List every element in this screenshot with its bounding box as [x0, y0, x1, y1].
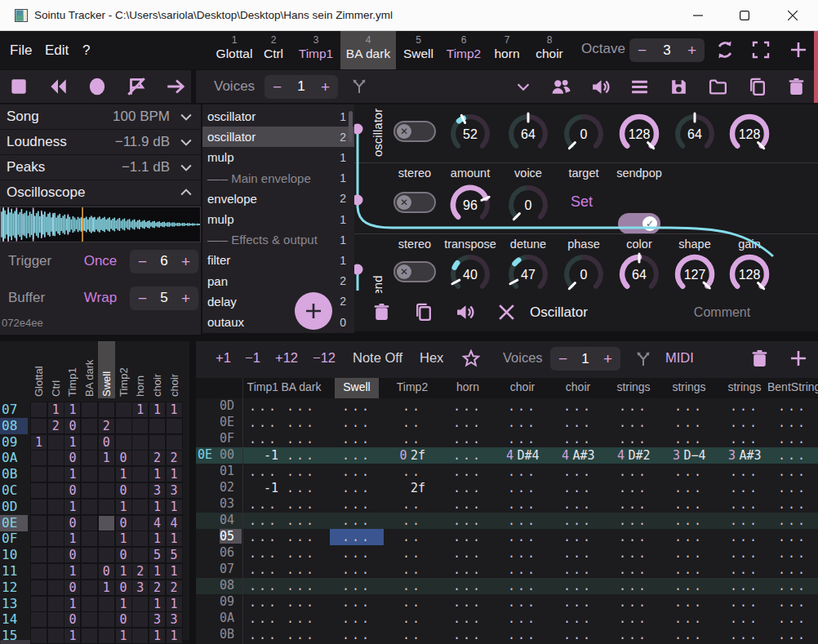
order-cell[interactable]: 5	[166, 547, 183, 563]
note-cell[interactable]: ..	[385, 398, 439, 415]
stereo-toggle[interactable]: ✕	[393, 192, 436, 213]
note-cell[interactable]: ...	[243, 398, 278, 415]
fullscreen-icon[interactable]	[751, 40, 771, 60]
order-cell[interactable]	[149, 418, 166, 434]
instrument-tab-ctrl[interactable]: 2Ctrl	[255, 31, 292, 69]
note-cell[interactable]: -1	[243, 480, 278, 496]
order-cell[interactable]: 1	[98, 580, 115, 596]
note-cell[interactable]: ...	[496, 627, 549, 643]
note-cell[interactable]: ...	[767, 496, 818, 513]
unit-list-item-oscillator[interactable]: oscillator1	[202, 106, 354, 127]
note-cell[interactable]: ..	[385, 431, 439, 447]
note-cell[interactable]: ...	[662, 594, 716, 611]
menu-item-edit[interactable]: Edit	[45, 31, 69, 69]
x-icon[interactable]	[496, 302, 517, 322]
order-row-index[interactable]: 14	[0, 611, 28, 628]
note-cell[interactable]: ...	[441, 578, 495, 594]
note-cell[interactable]: ...	[243, 545, 278, 562]
order-row-index[interactable]: 09	[0, 434, 28, 451]
note-cell[interactable]: 02f	[385, 447, 439, 464]
order-row-index[interactable]: 0C	[0, 482, 28, 499]
order-cell[interactable]	[30, 466, 47, 482]
note-cell[interactable]: 4D#2	[607, 447, 660, 464]
trash-icon[interactable]	[371, 302, 392, 322]
note-cell[interactable]: ...	[243, 578, 278, 594]
note-cell[interactable]: ...	[607, 594, 660, 611]
order-cell[interactable]: 0	[115, 482, 132, 499]
unit-name-field[interactable]: Oscillator	[530, 304, 588, 321]
song-row-oscilloscope[interactable]: Oscilloscope	[0, 180, 201, 206]
note-cell[interactable]: ...	[496, 594, 549, 611]
note-cell[interactable]: ...	[662, 578, 716, 594]
order-row-index[interactable]: 13	[0, 596, 28, 612]
order-header-horn[interactable]: horn	[134, 343, 146, 397]
note-cell[interactable]: ...	[718, 545, 771, 562]
note-cell[interactable]: ...	[330, 398, 384, 415]
order-row-index[interactable]: 0E	[0, 515, 28, 531]
note-cell[interactable]: ...	[441, 447, 495, 464]
note-cell[interactable]: ...	[767, 594, 818, 611]
note-cell[interactable]: ..	[385, 529, 439, 545]
note-cell[interactable]: ...	[441, 594, 495, 611]
order-header-timp1[interactable]: Timp1	[66, 343, 78, 397]
song-row-song[interactable]: Song100 BPM	[0, 104, 201, 130]
note-cell[interactable]: ...	[718, 415, 771, 431]
note-cell[interactable]: ...	[330, 594, 384, 611]
note-cell[interactable]: ...	[274, 398, 328, 415]
octave-plus-button[interactable]: +	[687, 42, 696, 58]
note-cell[interactable]: ...	[441, 398, 495, 415]
chevron-down-icon[interactable]	[514, 78, 532, 95]
buffer-value[interactable]: 5	[160, 290, 167, 306]
order-cell[interactable]: 0	[64, 418, 81, 434]
note-cell[interactable]: ...	[662, 627, 716, 643]
note-cell[interactable]: ...	[243, 529, 278, 545]
instrument-tab-timp1[interactable]: 3Timp1	[291, 31, 340, 69]
order-cell[interactable]: 1	[64, 531, 81, 547]
note-cell[interactable]: ...	[718, 611, 771, 627]
order-row-index[interactable]: 0A	[0, 450, 28, 466]
note-cell[interactable]: ...	[607, 545, 660, 562]
note-cell[interactable]: ...	[496, 480, 549, 496]
copy-icon[interactable]	[413, 302, 433, 322]
note-cell[interactable]: ...	[243, 431, 278, 447]
order-cell[interactable]: 1	[115, 531, 132, 547]
order-row-index[interactable]: 15	[0, 628, 28, 644]
transpose-button-1[interactable]: +1	[216, 350, 231, 366]
order-cell[interactable]	[47, 450, 64, 466]
note-cell[interactable]: ..	[385, 611, 439, 627]
note-cell[interactable]: ...	[441, 627, 495, 643]
note-cell[interactable]: ...	[718, 464, 771, 480]
order-cell[interactable]	[47, 547, 64, 563]
note-cell[interactable]: 4A#3	[551, 447, 605, 464]
note-cell[interactable]: ...	[551, 578, 605, 594]
note-cell[interactable]: ...	[330, 545, 384, 562]
note-cell[interactable]: ...	[718, 594, 771, 611]
order-cell[interactable]: 2	[47, 418, 64, 434]
note-cell[interactable]: ...	[551, 594, 605, 611]
menu-item-file[interactable]: File	[10, 31, 32, 69]
note-cell[interactable]: ...	[607, 415, 660, 431]
split-voices-icon[interactable]	[634, 349, 653, 369]
order-cell[interactable]: 2	[131, 563, 149, 580]
order-cell[interactable]: 2	[149, 450, 166, 466]
order-cell[interactable]: 1	[115, 628, 132, 644]
order-cell[interactable]: 0	[64, 611, 81, 628]
order-cell[interactable]: 5	[149, 547, 166, 563]
order-cell[interactable]	[47, 466, 64, 482]
order-cell[interactable]: 3	[149, 611, 166, 628]
note-cell[interactable]: ...	[274, 611, 328, 627]
order-header-ba-dark[interactable]: BA dark	[83, 343, 96, 397]
buffer-plus-button[interactable]: +	[181, 291, 190, 306]
note-cell[interactable]: ...	[662, 431, 716, 447]
note-cell[interactable]: ...	[243, 611, 278, 627]
order-cell[interactable]	[98, 499, 115, 515]
order-cell[interactable]	[47, 611, 64, 628]
order-cell[interactable]: 1	[149, 563, 166, 580]
note-cell[interactable]: ...	[330, 529, 384, 545]
note-cell[interactable]: ...	[441, 562, 495, 578]
order-cell[interactable]	[30, 628, 47, 644]
order-cell[interactable]	[47, 628, 64, 644]
copy-icon[interactable]	[747, 77, 767, 97]
note-cell[interactable]: ...	[330, 578, 384, 594]
order-cell[interactable]	[30, 580, 47, 596]
